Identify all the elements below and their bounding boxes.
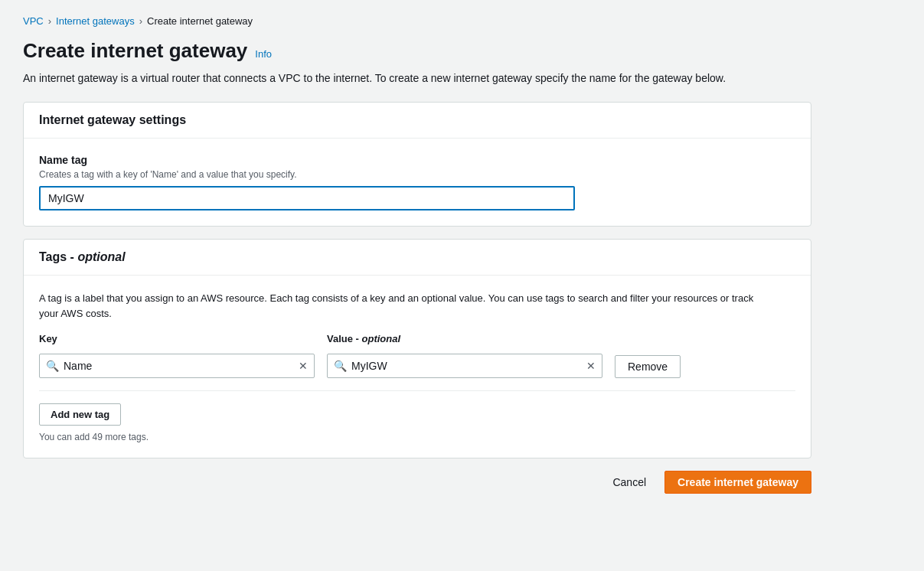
tag-key-clear-icon[interactable]: ✕ [299, 360, 308, 372]
page-description: An internet gateway is a virtual router … [23, 70, 789, 86]
tag-key-search-icon: 🔍 [46, 360, 59, 372]
tags-title-prefix: Tags - [39, 250, 77, 263]
gateway-settings-body: Name tag Creates a tag with a key of 'Na… [24, 139, 811, 226]
breadcrumb: VPC › Internet gateways › Create interne… [23, 15, 901, 27]
add-new-tag-button[interactable]: Add new tag [39, 403, 121, 426]
create-internet-gateway-button[interactable]: Create internet gateway [664, 471, 811, 494]
tag-key-input[interactable] [64, 360, 295, 372]
tag-row: 🔍 ✕ 🔍 ✕ Remove [39, 354, 795, 378]
value-col-italic: optional [362, 333, 401, 344]
tag-key-input-wrapper[interactable]: 🔍 ✕ [39, 354, 315, 378]
key-col-label: Key [39, 333, 315, 344]
value-col-prefix: Value - [327, 333, 362, 344]
tag-value-col: 🔍 ✕ [327, 354, 602, 378]
breadcrumb-internet-gateways-link[interactable]: Internet gateways [56, 15, 135, 27]
footer-actions: Cancel Create internet gateway [23, 471, 811, 494]
cancel-button[interactable]: Cancel [603, 471, 655, 493]
remove-tag-button[interactable]: Remove [615, 355, 681, 378]
tag-value-input[interactable] [351, 360, 583, 372]
tags-body: A tag is a label that you assign to an A… [24, 276, 811, 458]
tag-value-clear-icon[interactable]: ✕ [586, 360, 596, 372]
value-col-label: Value - optional [327, 333, 602, 344]
tag-value-input-wrapper[interactable]: 🔍 ✕ [327, 354, 602, 378]
tags-title-italic: optional [77, 250, 125, 263]
value-column-header: Value - optional [327, 333, 602, 349]
name-tag-input[interactable] [39, 186, 575, 210]
breadcrumb-current: Create internet gateway [147, 15, 253, 27]
gateway-settings-card: Internet gateway settings Name tag Creat… [23, 102, 811, 227]
tag-remove-col: Remove [615, 354, 681, 378]
tag-key-col: 🔍 ✕ [39, 354, 315, 378]
tags-divider [39, 390, 795, 391]
breadcrumb-separator-2: › [139, 15, 142, 27]
key-column-header: Key [39, 333, 315, 349]
breadcrumb-separator-1: › [48, 15, 51, 27]
page-title-row: Create internet gateway Info [23, 39, 901, 63]
gateway-settings-title: Internet gateway settings [39, 113, 186, 126]
page-title: Create internet gateway [23, 39, 247, 63]
tags-limit-hint: You can add 49 more tags. [39, 432, 795, 442]
tag-column-headers: Key Value - optional [39, 333, 795, 349]
name-tag-hint: Creates a tag with a key of 'Name' and a… [39, 169, 795, 180]
breadcrumb-vpc-link[interactable]: VPC [23, 15, 44, 27]
gateway-settings-header: Internet gateway settings [24, 103, 811, 139]
tags-card: Tags - optional A tag is a label that yo… [23, 239, 811, 458]
name-tag-label: Name tag [39, 154, 795, 166]
tags-title: Tags - optional [39, 250, 126, 263]
tags-description: A tag is a label that you assign to an A… [39, 291, 766, 321]
tag-value-search-icon: 🔍 [334, 360, 347, 372]
tags-header: Tags - optional [24, 240, 811, 276]
info-link[interactable]: Info [255, 48, 272, 60]
